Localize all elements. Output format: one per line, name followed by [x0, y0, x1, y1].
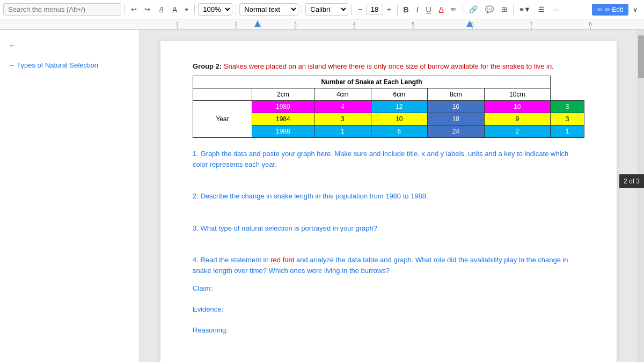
divider-2: [194, 4, 195, 15]
right-scrollbar[interactable]: [638, 30, 644, 362]
search-input[interactable]: [3, 3, 121, 16]
sidebar-dash: –: [10, 61, 13, 69]
cell-1988-8cm: 2: [484, 125, 550, 138]
insert-button[interactable]: ⊞: [499, 4, 510, 15]
toolbar: ↩ ↪ 🖨 A ⌖ 100% Normal text Calibri − + B…: [0, 0, 644, 19]
toolbar-right: ✏ ✏ Edit ∨: [592, 4, 641, 16]
format2-button[interactable]: ≡▼: [517, 4, 533, 15]
ruler: 1 2 3 4 5 6 7 8: [0, 19, 644, 30]
edit-label: ✏ Edit: [605, 6, 623, 13]
table-row-1984: 1984 3 10 18 9 3: [193, 113, 584, 125]
col-header-year: [193, 88, 252, 101]
edit-icon: ✏: [597, 6, 603, 13]
cell-1988-year: 1988: [252, 125, 314, 138]
group-red-text: Snakes were placed on an island where th…: [224, 62, 554, 70]
cell-1988-10cm: 1: [550, 125, 584, 138]
svg-text:1: 1: [175, 21, 179, 27]
text-style-select[interactable]: Normal text: [239, 3, 298, 16]
font-size-decrease-button[interactable]: −: [355, 4, 365, 15]
sidebar-back-button[interactable]: ←: [6, 39, 19, 53]
divider-7: [463, 4, 463, 15]
cell-1980-10cm: 3: [550, 101, 584, 113]
svg-text:6: 6: [471, 21, 474, 27]
divider-1: [125, 4, 125, 15]
cell-1980-6cm: 16: [428, 101, 485, 113]
divider-5: [352, 4, 352, 15]
q4-prefix: 4. Read the statement in: [193, 256, 270, 264]
redo-button[interactable]: ↪: [142, 4, 153, 15]
cell-1988-6cm: 24: [428, 125, 485, 138]
comment-button[interactable]: 💬: [482, 4, 496, 15]
bold-button[interactable]: B: [401, 4, 412, 16]
underline-button[interactable]: U: [423, 4, 434, 16]
cell-1984-10cm: 3: [550, 113, 584, 125]
sidebar: ← – Types of Natural Selection: [0, 30, 140, 362]
svg-text:4: 4: [353, 21, 356, 27]
question-1: 1. Graph the data and paste your graph h…: [193, 149, 584, 169]
svg-text:7: 7: [530, 21, 533, 27]
highlight-button[interactable]: ✏: [448, 4, 459, 15]
divider-3: [236, 4, 236, 15]
table-row-1988: 1988 1 6 24 2 1: [193, 125, 584, 138]
cell-1984-2cm: 3: [314, 113, 371, 125]
edit-button[interactable]: ✏ ✏ Edit: [592, 4, 628, 16]
table-title-cell: Number of Snake at Each Length: [193, 76, 551, 88]
svg-text:5: 5: [412, 21, 415, 27]
question-3: 3. What type of natural selection is por…: [193, 223, 584, 234]
evidence-label: Evidence:: [193, 305, 584, 313]
claim-label: Claim:: [193, 284, 584, 292]
col-header-2cm: 2cm: [252, 88, 314, 101]
font-color-button[interactable]: A: [436, 4, 447, 15]
group-prefix: Group 2:: [193, 62, 224, 70]
svg-text:8: 8: [589, 21, 592, 27]
data-table: Number of Snake at Each Length 2cm 4cm 6…: [193, 76, 584, 138]
link-button[interactable]: 🔗: [466, 4, 480, 15]
doc-area: Group 2: Snakes were placed on an island…: [140, 30, 638, 362]
divider-8: [513, 4, 514, 15]
cell-1980-year: 1980: [252, 101, 314, 113]
page: Group 2: Snakes were placed on an island…: [160, 41, 617, 362]
reasoning-label: Reasoning:: [193, 326, 584, 334]
cell-1984-year: 1984: [252, 113, 314, 125]
list-button[interactable]: ☰: [536, 4, 547, 15]
divider-6: [397, 4, 398, 15]
col-header-10cm: 10cm: [484, 88, 550, 101]
scrollbar-thumb[interactable]: [638, 35, 644, 78]
group-label: Group 2: Snakes were placed on an island…: [193, 62, 584, 70]
q4-red: red font: [270, 256, 294, 264]
sidebar-item-label: Types of Natural Selection: [17, 61, 98, 69]
more-button[interactable]: ···: [550, 4, 561, 15]
svg-text:3: 3: [294, 21, 297, 27]
sidebar-item-types[interactable]: – Types of Natural Selection: [6, 59, 133, 71]
cell-1988-4cm: 6: [371, 125, 428, 138]
col-header-6cm: 6cm: [371, 88, 428, 101]
font-size-input[interactable]: [366, 4, 383, 15]
format-paint-button[interactable]: A: [170, 4, 180, 16]
undo-button[interactable]: ↩: [128, 4, 140, 15]
cell-1984-6cm: 18: [428, 113, 485, 125]
table-header-row: 2cm 4cm 6cm 8cm 10cm: [193, 88, 584, 101]
table-row-1980: Year 1980 4 12 16 10 3: [193, 101, 584, 113]
font-size-increase-button[interactable]: +: [384, 4, 394, 15]
italic-button[interactable]: I: [414, 4, 421, 16]
main-layout: ← – Types of Natural Selection Group 2: …: [0, 30, 644, 362]
col-header-8cm: 8cm: [428, 88, 485, 101]
col-header-4cm: 4cm: [314, 88, 371, 101]
font-select[interactable]: Calibri: [305, 3, 348, 16]
svg-marker-1: [254, 20, 261, 27]
cell-1988-2cm: 1: [314, 125, 371, 138]
ruler-svg: 1 2 3 4 5 6 7 8: [0, 19, 644, 30]
cell-1984-8cm: 9: [484, 113, 550, 125]
format-button[interactable]: ⌖: [182, 4, 191, 16]
print-button[interactable]: 🖨: [155, 4, 167, 15]
zoom-select[interactable]: 100%: [198, 3, 232, 16]
cell-1980-2cm: 4: [314, 101, 371, 113]
year-label-cell: Year: [193, 101, 252, 138]
expand-button[interactable]: ∨: [630, 4, 641, 15]
svg-text:2: 2: [235, 21, 238, 27]
question-4: 4. Read the statement in red font and an…: [193, 255, 584, 276]
table-title-row: Number of Snake at Each Length: [193, 76, 584, 88]
question-2: 2. Describe the change in snake length i…: [193, 191, 584, 202]
cell-1980-4cm: 12: [371, 101, 428, 113]
cell-1980-8cm: 10: [484, 101, 550, 113]
